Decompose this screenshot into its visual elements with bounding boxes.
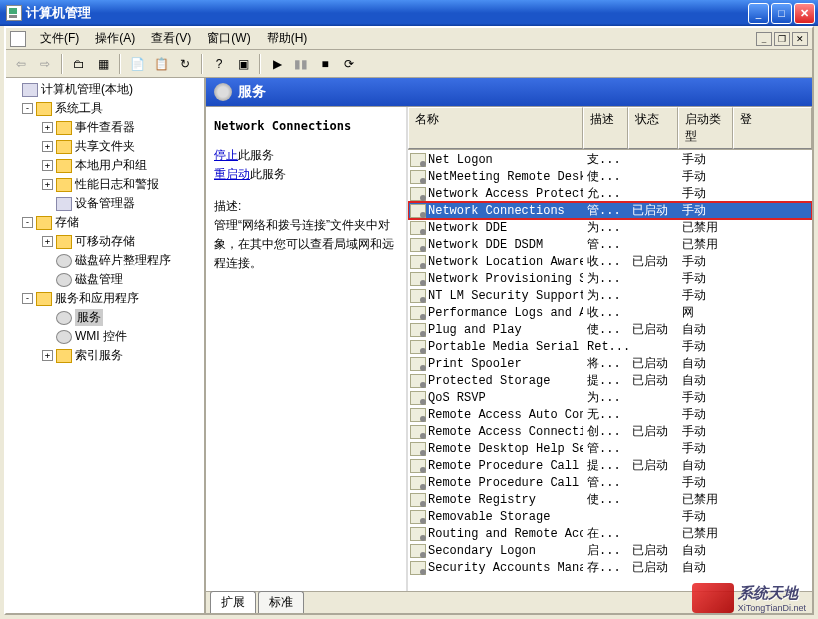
up-button[interactable]: 🗀 bbox=[68, 53, 90, 75]
maximize-button[interactable]: □ bbox=[771, 3, 792, 24]
tree-node[interactable]: +本地用户和组 bbox=[8, 156, 202, 175]
service-icon bbox=[410, 476, 426, 490]
tree-pane[interactable]: 计算机管理(本地)-系统工具+事件查看器+共享文件夹+本地用户和组+性能日志和警… bbox=[6, 78, 206, 613]
mdi-restore-button[interactable]: ❐ bbox=[774, 32, 790, 46]
show-hide-button[interactable]: ▦ bbox=[92, 53, 114, 75]
service-row[interactable]: Remote Access Auto Conne...无...手动 bbox=[408, 406, 812, 423]
service-row[interactable]: Network DDE为...已禁用 bbox=[408, 219, 812, 236]
col-name[interactable]: 名称 bbox=[408, 107, 583, 149]
tree-node[interactable]: -系统工具 bbox=[8, 99, 202, 118]
close-button[interactable]: ✕ bbox=[794, 3, 815, 24]
tree-node[interactable]: -存储 bbox=[8, 213, 202, 232]
expand-icon[interactable]: + bbox=[42, 179, 53, 190]
mdi-close-button[interactable]: ✕ bbox=[792, 32, 808, 46]
folder-icon bbox=[36, 292, 52, 306]
menu-window[interactable]: 窗口(W) bbox=[199, 28, 258, 49]
service-icon bbox=[410, 272, 426, 286]
export-button[interactable]: 📋 bbox=[150, 53, 172, 75]
tree-node[interactable]: +索引服务 bbox=[8, 346, 202, 365]
stop-button[interactable]: ■ bbox=[314, 53, 336, 75]
menu-file[interactable]: 文件(F) bbox=[32, 28, 87, 49]
tab-extended[interactable]: 扩展 bbox=[210, 591, 256, 613]
tree-node[interactable]: +可移动存储 bbox=[8, 232, 202, 251]
service-row[interactable]: Network DDE DSDM管...已禁用 bbox=[408, 236, 812, 253]
menu-bar: 文件(F) 操作(A) 查看(V) 窗口(W) 帮助(H) _ ❐ ✕ bbox=[6, 28, 812, 50]
tree-node[interactable]: 磁盘管理 bbox=[8, 270, 202, 289]
service-row[interactable]: Performance Logs and Alerts收...网 bbox=[408, 304, 812, 321]
service-row[interactable]: Portable Media Serial Nu...Ret...手动 bbox=[408, 338, 812, 355]
service-row[interactable]: Network Location Awarene...收...已启动手动 bbox=[408, 253, 812, 270]
play-button[interactable]: ▶ bbox=[266, 53, 288, 75]
service-name: Net Logon bbox=[428, 153, 493, 167]
tree-node[interactable]: +共享文件夹 bbox=[8, 137, 202, 156]
service-row[interactable]: Network Access Protectio...允...手动 bbox=[408, 185, 812, 202]
service-icon bbox=[410, 340, 426, 354]
service-row[interactable]: Network Connections管...已启动手动 bbox=[408, 202, 812, 219]
service-row[interactable]: Remote Procedure Call (R...管...手动 bbox=[408, 474, 812, 491]
service-row[interactable]: Security Accounts Manager存...已启动自动 bbox=[408, 559, 812, 576]
new-window-button[interactable]: ▣ bbox=[232, 53, 254, 75]
restart-button[interactable]: ⟳ bbox=[338, 53, 360, 75]
expand-icon[interactable]: + bbox=[42, 141, 53, 152]
col-state[interactable]: 状态 bbox=[628, 107, 678, 149]
service-row[interactable]: Print Spooler将...已启动自动 bbox=[408, 355, 812, 372]
tree-node[interactable]: 设备管理器 bbox=[8, 194, 202, 213]
collapse-icon[interactable]: - bbox=[22, 103, 33, 114]
service-row[interactable]: Plug and Play使...已启动自动 bbox=[408, 321, 812, 338]
tree-node[interactable]: 服务 bbox=[8, 308, 202, 327]
service-row[interactable]: Remote Procedure Call (RPC)提...已启动自动 bbox=[408, 457, 812, 474]
tree-node[interactable]: 磁盘碎片整理程序 bbox=[8, 251, 202, 270]
properties-button[interactable]: 📄 bbox=[126, 53, 148, 75]
service-row[interactable]: Net Logon支...手动 bbox=[408, 151, 812, 168]
service-row[interactable]: Removable Storage手动 bbox=[408, 508, 812, 525]
service-icon bbox=[410, 187, 426, 201]
service-row[interactable]: Remote Registry使...已禁用 bbox=[408, 491, 812, 508]
service-row[interactable]: Remote Desktop Help Sess...管...手动 bbox=[408, 440, 812, 457]
service-row[interactable]: NetMeeting Remote Deskto...使...手动 bbox=[408, 168, 812, 185]
col-desc[interactable]: 描述 bbox=[583, 107, 628, 149]
service-row[interactable]: Network Provisioning Ser...为...手动 bbox=[408, 270, 812, 287]
refresh-button[interactable]: ↻ bbox=[174, 53, 196, 75]
restart-link[interactable]: 重启动 bbox=[214, 167, 250, 181]
service-name: Network DDE bbox=[428, 221, 507, 235]
collapse-icon[interactable]: - bbox=[22, 217, 33, 228]
service-row[interactable]: QoS RSVP为...手动 bbox=[408, 389, 812, 406]
tree-node[interactable]: +事件查看器 bbox=[8, 118, 202, 137]
service-name: Network Location Awarene... bbox=[428, 255, 583, 269]
menu-view[interactable]: 查看(V) bbox=[143, 28, 199, 49]
service-row[interactable]: NT LM Security Support P...为...手动 bbox=[408, 287, 812, 304]
service-row[interactable]: Protected Storage提...已启动自动 bbox=[408, 372, 812, 389]
expand-icon[interactable]: + bbox=[42, 236, 53, 247]
list-body[interactable]: Net Logon支...手动NetMeeting Remote Deskto.… bbox=[408, 150, 812, 591]
col-start[interactable]: 启动类型 bbox=[678, 107, 733, 149]
service-name: NT LM Security Support P... bbox=[428, 289, 583, 303]
col-logon[interactable]: 登 bbox=[733, 107, 812, 149]
tree-node[interactable]: +性能日志和警报 bbox=[8, 175, 202, 194]
stop-link[interactable]: 停止 bbox=[214, 148, 238, 162]
mdi-minimize-button[interactable]: _ bbox=[756, 32, 772, 46]
service-icon bbox=[410, 357, 426, 371]
gear-icon bbox=[214, 83, 232, 101]
comp-icon bbox=[56, 197, 72, 211]
tree-node[interactable]: 计算机管理(本地) bbox=[8, 80, 202, 99]
service-row[interactable]: Routing and Remote Access在...已禁用 bbox=[408, 525, 812, 542]
service-row[interactable]: Secondary Logon启...已启动自动 bbox=[408, 542, 812, 559]
tree-node[interactable]: -服务和应用程序 bbox=[8, 289, 202, 308]
service-name: QoS RSVP bbox=[428, 391, 486, 405]
collapse-icon[interactable]: - bbox=[22, 293, 33, 304]
expand-icon[interactable]: + bbox=[42, 160, 53, 171]
gear-icon bbox=[56, 330, 72, 344]
service-icon bbox=[410, 391, 426, 405]
menu-action[interactable]: 操作(A) bbox=[87, 28, 143, 49]
service-row[interactable]: Remote Access Connection...创...已启动手动 bbox=[408, 423, 812, 440]
tab-standard[interactable]: 标准 bbox=[258, 591, 304, 613]
expand-icon[interactable]: + bbox=[42, 350, 53, 361]
service-icon bbox=[410, 238, 426, 252]
service-name: Remote Procedure Call (RPC) bbox=[428, 459, 583, 473]
menu-help[interactable]: 帮助(H) bbox=[259, 28, 316, 49]
folder-icon bbox=[56, 121, 72, 135]
expand-icon[interactable]: + bbox=[42, 122, 53, 133]
minimize-button[interactable]: _ bbox=[748, 3, 769, 24]
tree-node[interactable]: WMI 控件 bbox=[8, 327, 202, 346]
help-button[interactable]: ? bbox=[208, 53, 230, 75]
